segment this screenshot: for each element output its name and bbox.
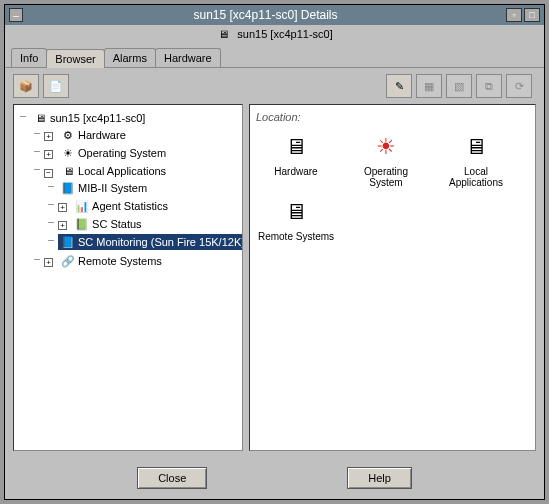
tree-item: + 📊 Agent Statistics <box>44 197 240 215</box>
tree-node-scmonitoring[interactable]: 📘 SC Monitoring (Sun Fire 15K/12K) <box>58 234 243 250</box>
tree-node-scstatus[interactable]: 📗 SC Status <box>72 216 145 232</box>
tree-label: Agent Statistics <box>92 200 168 212</box>
tree-label: Hardware <box>78 129 126 141</box>
chart2-button[interactable]: ▧ <box>446 74 472 98</box>
expand-toggle[interactable]: + <box>44 150 53 159</box>
page-button[interactable]: 📄 <box>43 74 69 98</box>
os-icon: ☀ <box>61 146 75 160</box>
tree-node-root[interactable]: 🖥 sun15 [xc4p11-sc0] <box>30 110 148 126</box>
apps-big-icon: 🖥 <box>460 131 492 163</box>
remote-big-icon: 🖥 <box>280 196 312 228</box>
solaris-big-icon: ☀ <box>370 131 402 163</box>
edit-icon: ✎ <box>392 79 406 93</box>
location-label: Operating System <box>346 166 426 188</box>
copy-button[interactable]: ⧉ <box>476 74 502 98</box>
content-area: 🖥 sun15 [xc4p11-sc0] + ⚙ Hardware + <box>5 104 544 457</box>
expand-toggle[interactable]: + <box>58 221 67 230</box>
close-button[interactable]: Close <box>137 467 207 489</box>
minimize-button[interactable]: ▫ <box>506 8 522 22</box>
tree-node-hardware[interactable]: ⚙ Hardware <box>58 127 129 143</box>
help-button[interactable]: Help <box>347 467 412 489</box>
monitor-icon: 📘 <box>61 235 75 249</box>
chart2-icon: ▧ <box>452 79 466 93</box>
location-heading: Location: <box>256 111 529 123</box>
system-menu-icon[interactable]: – <box>9 8 23 22</box>
chart-button[interactable]: ▦ <box>416 74 442 98</box>
tab-info[interactable]: Info <box>11 48 47 67</box>
tree-node-mib[interactable]: 📘 MIB-II System <box>58 180 150 196</box>
location-pane: Location: 🖥 Hardware ☀ Operating System … <box>249 104 536 451</box>
host-icon: 🖥 <box>33 111 47 125</box>
tree-node-os[interactable]: ☀ Operating System <box>58 145 169 161</box>
details-window: – sun15 [xc4p11-sc0] Details ▫ □ 🖥 sun15… <box>4 4 545 500</box>
status-icon: 📗 <box>75 217 89 231</box>
tree-node-localapps[interactable]: 🖥 Local Applications <box>58 163 169 179</box>
subtitle-bar: 🖥 sun15 [xc4p11-sc0] <box>5 25 544 48</box>
expand-toggle[interactable]: + <box>44 258 53 267</box>
tree-label: Remote Systems <box>78 255 162 267</box>
tab-browser[interactable]: Browser <box>46 49 104 68</box>
edit-button[interactable]: ✎ <box>386 74 412 98</box>
tree-item: + ⚙ Hardware <box>30 126 240 144</box>
location-item-os[interactable]: ☀ Operating System <box>346 131 426 188</box>
copy-icon: ⧉ <box>482 79 496 93</box>
tree-label: sun15 [xc4p11-sc0] <box>50 112 145 124</box>
apps-icon: 🖥 <box>61 164 75 178</box>
refresh-icon: ⟳ <box>512 79 526 93</box>
stats-icon: 📊 <box>75 199 89 213</box>
tree-node-agentstats[interactable]: 📊 Agent Statistics <box>72 198 171 214</box>
tree-node-remote[interactable]: 🔗 Remote Systems <box>58 253 165 269</box>
tab-hardware[interactable]: Hardware <box>155 48 221 67</box>
tree-label: SC Status <box>92 218 142 230</box>
location-item-hardware[interactable]: 🖥 Hardware <box>256 131 336 188</box>
host-icon: 🖥 <box>216 28 230 42</box>
tree-pane[interactable]: 🖥 sun15 [xc4p11-sc0] + ⚙ Hardware + <box>13 104 243 451</box>
tree-item: − 🖥 Local Applications 📘 MIB-II System <box>30 162 240 252</box>
tree-label: Local Applications <box>78 165 166 177</box>
location-label: Local Applications <box>436 166 516 188</box>
maximize-button[interactable]: □ <box>524 8 540 22</box>
chart-icon: ▦ <box>422 79 436 93</box>
tree-item: 📘 MIB-II System <box>44 179 240 197</box>
tab-alarms[interactable]: Alarms <box>104 48 156 67</box>
footer: Close Help <box>5 457 544 499</box>
tree-item: + ☀ Operating System <box>30 144 240 162</box>
tab-bar: Info Browser Alarms Hardware <box>5 48 544 68</box>
tree-item: 📘 SC Monitoring (Sun Fire 15K/12K) <box>44 233 240 251</box>
location-item-apps[interactable]: 🖥 Local Applications <box>436 131 516 188</box>
tree-item: + 📗 SC Status <box>44 215 240 233</box>
hardware-icon: ⚙ <box>61 128 75 142</box>
location-item-remote[interactable]: 🖥 Remote Systems <box>256 196 336 242</box>
collapse-toggle[interactable]: − <box>44 169 53 178</box>
titlebar: – sun15 [xc4p11-sc0] Details ▫ □ <box>5 5 544 25</box>
expand-toggle[interactable]: + <box>44 132 53 141</box>
module-button[interactable]: 📦 <box>13 74 39 98</box>
tree-item: + 🔗 Remote Systems <box>30 252 240 270</box>
icon-grid: 🖥 Hardware ☀ Operating System 🖥 Local Ap… <box>256 131 529 242</box>
location-label: Hardware <box>256 166 336 177</box>
mib-icon: 📘 <box>61 181 75 195</box>
tree-label: Operating System <box>78 147 166 159</box>
module-icon: 📦 <box>19 79 33 93</box>
page-icon: 📄 <box>49 79 63 93</box>
remote-icon: 🔗 <box>61 254 75 268</box>
tree-label: SC Monitoring (Sun Fire 15K/12K) <box>78 236 243 248</box>
toolbar: 📦 📄 ✎ ▦ ▧ ⧉ ⟳ <box>5 68 544 104</box>
subtitle-text: sun15 [xc4p11-sc0] <box>237 28 332 40</box>
expand-toggle[interactable]: + <box>58 203 67 212</box>
tree-root: 🖥 sun15 [xc4p11-sc0] + ⚙ Hardware + <box>16 109 240 271</box>
window-title: sun15 [xc4p11-sc0] Details <box>27 8 504 22</box>
location-label: Remote Systems <box>256 231 336 242</box>
refresh-button[interactable]: ⟳ <box>506 74 532 98</box>
tree-label: MIB-II System <box>78 182 147 194</box>
hardware-big-icon: 🖥 <box>280 131 312 163</box>
